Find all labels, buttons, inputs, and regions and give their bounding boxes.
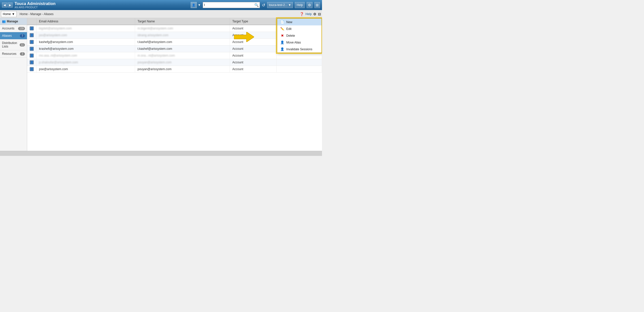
home-dropdown-icon: ▼ xyxy=(12,12,15,16)
row-email: p.shaloufar@arissystem.com xyxy=(36,59,135,66)
search-input[interactable] xyxy=(204,3,254,7)
row-user-icon: 👤 xyxy=(30,40,34,44)
user-dropdown-icon: ▼ xyxy=(288,3,291,7)
second-bar-left: Home ▼ Home - Manage - Aliases xyxy=(1,11,54,17)
help-button[interactable]: Help xyxy=(295,2,305,8)
sidebar: 👥 Manage Accounts 139 Aliases 7 Distribu… xyxy=(0,18,27,151)
header-right: 👤 ▼ 🔍 ↺ touca-test-2... ▼ Help ⚙ ⊞ xyxy=(191,2,320,8)
settings-icon-button[interactable]: ⚙ xyxy=(313,12,316,16)
row-target: pouyan@arissystem.com xyxy=(135,66,230,73)
row-icon-cell: 👤 xyxy=(27,25,36,32)
row-type: Account xyxy=(230,66,276,73)
row-icon-cell: 👤 xyxy=(27,32,36,39)
app-title-block: Touca Administration AN ARIS PRODUCT xyxy=(15,2,56,9)
home-dropdown[interactable]: Home ▼ xyxy=(1,11,17,17)
row-user-icon: 👤 xyxy=(30,47,34,51)
home-label: Home xyxy=(3,12,11,16)
sidebar-aliases-label: Aliases xyxy=(2,34,20,37)
refresh-button[interactable]: ↺ xyxy=(262,3,265,8)
row-user-icon: 👤 xyxy=(30,54,34,58)
col-checkbox xyxy=(27,18,36,25)
user-account-label: touca-test-2... xyxy=(269,3,287,7)
move-alias-icon: 👤 xyxy=(280,40,284,44)
row-icon-cell: 👤 xyxy=(27,52,36,59)
row-type: Account xyxy=(230,59,276,66)
context-menu-edit[interactable]: ✏️ Edit xyxy=(277,25,321,32)
row-target: m.bigenti@arssystem.com xyxy=(135,25,230,32)
manage-icon: 👥 xyxy=(2,20,6,23)
row-icon-cell: 👤 xyxy=(27,39,36,46)
col-target-name[interactable]: Target Name xyxy=(135,18,230,25)
sidebar-item-accounts[interactable]: Accounts 139 xyxy=(0,25,27,32)
row-icon-cell: 👤 xyxy=(27,46,36,52)
row-email: bigdeli@arissystem.com xyxy=(36,25,135,32)
row-type: Account xyxy=(230,25,276,32)
app-title: Touca Administration xyxy=(15,2,56,6)
delete-icon: ✖ xyxy=(280,34,284,37)
search-bar: 🔍 xyxy=(203,2,260,8)
context-menu-delete[interactable]: ✖ Delete xyxy=(277,32,321,39)
sidebar-distribution-label: Distribution Lists xyxy=(2,41,20,48)
breadcrumb: Home - Manage - Aliases xyxy=(20,12,54,16)
context-menu-move-alias[interactable]: 👤 Move Alias xyxy=(277,39,321,46)
row-target: t.kashef@arissystem.com xyxy=(135,39,230,46)
table-row[interactable]: 👤 mo.asa..nt@arissystem.com m.sna...nt@a… xyxy=(27,52,322,59)
status-bar xyxy=(0,151,322,156)
edit-icon: ✏️ xyxy=(280,27,284,31)
row-target: pouyan@arissystem.com xyxy=(135,59,230,66)
second-bar: Home ▼ Home - Manage - Aliases ❓ Help ⚙ … xyxy=(0,10,322,18)
arrow-annotation xyxy=(234,32,254,42)
user-icon-button[interactable]: 👤 xyxy=(191,2,197,8)
sidebar-accounts-label: Accounts xyxy=(2,27,18,30)
sidebar-item-resources[interactable]: Resources 3 xyxy=(0,50,27,58)
col-email[interactable]: Email Address xyxy=(36,18,135,25)
sidebar-manage-header: 👥 Manage xyxy=(0,18,27,25)
sidebar-resources-badge: 3 xyxy=(20,52,25,56)
row-email: mo.asa..nt@arissystem.com xyxy=(36,52,135,59)
row-email: joo@arissystem.com xyxy=(36,32,135,39)
sidebar-item-distribution-lists[interactable]: Distribution Lists 11 xyxy=(0,39,27,50)
invalidate-label: Invalidate Sessions xyxy=(286,48,312,51)
nav-arrows: ◀ ▶ xyxy=(2,3,13,8)
row-email: krashefi@arissystem.com xyxy=(36,46,135,52)
svg-marker-0 xyxy=(234,32,254,42)
table-row[interactable]: 👤 pse@arissystem.com pouyan@arissystem.c… xyxy=(27,66,322,73)
expand-button[interactable]: ⊞ xyxy=(314,2,320,8)
help-link[interactable]: Help xyxy=(305,12,312,16)
move-alias-label: Move Alias xyxy=(286,41,301,44)
search-button[interactable]: 🔍 xyxy=(254,3,259,7)
gear-button[interactable]: ⚙ xyxy=(307,2,312,8)
manage-label: Manage xyxy=(7,20,18,23)
top-header: ◀ ▶ Touca Administration AN ARIS PRODUCT… xyxy=(0,0,322,10)
row-desc xyxy=(276,52,322,59)
invalidate-icon: 👤 xyxy=(280,47,284,51)
context-menu-new[interactable]: 📄 New xyxy=(277,19,321,25)
row-user-icon: 👤 xyxy=(30,33,34,37)
help-circle-icon: ❓ xyxy=(300,12,304,16)
layout-icon-button[interactable]: ⊟ xyxy=(318,12,321,16)
header-left: ◀ ▶ Touca Administration AN ARIS PRODUCT xyxy=(2,2,56,9)
col-target-type[interactable]: Target Type xyxy=(230,18,276,25)
new-icon: 📄 xyxy=(280,20,284,24)
row-type: Account xyxy=(230,52,276,59)
row-email: kashefg@arssystem.com xyxy=(36,39,135,46)
main-layout: 👥 Manage Accounts 139 Aliases 7 Distribu… xyxy=(0,18,322,151)
edit-label: Edit xyxy=(286,27,292,31)
row-email: pse@arissystem.com xyxy=(36,66,135,73)
row-user-icon: 👤 xyxy=(30,60,34,64)
row-target: idnang.arissystem.com xyxy=(135,32,230,39)
nav-forward-button[interactable]: ▶ xyxy=(8,3,13,8)
user-account-button[interactable]: touca-test-2... ▼ xyxy=(267,2,293,8)
table-row[interactable]: 👤 p.shaloufar@arissystem.com pouyan@aris… xyxy=(27,59,322,66)
delete-label: Delete xyxy=(286,34,295,37)
nav-back-button[interactable]: ◀ xyxy=(2,3,7,8)
sidebar-item-aliases[interactable]: Aliases 7 xyxy=(0,32,27,39)
new-label: New xyxy=(286,20,292,24)
context-menu: 📄 New ✏️ Edit ✖ Delete 👤 Move Alias 👤 In… xyxy=(277,18,322,53)
sidebar-aliases-badge: 7 xyxy=(20,34,25,37)
row-icon-cell: 👤 xyxy=(27,66,36,73)
content-area: Email Address Target Name Target Type De… xyxy=(27,18,322,151)
row-icon-cell: 👤 xyxy=(27,59,36,66)
context-menu-invalidate-sessions[interactable]: 👤 Invalidate Sessions xyxy=(277,46,321,53)
row-target: m.sna...nt@arissystem.com xyxy=(135,52,230,59)
